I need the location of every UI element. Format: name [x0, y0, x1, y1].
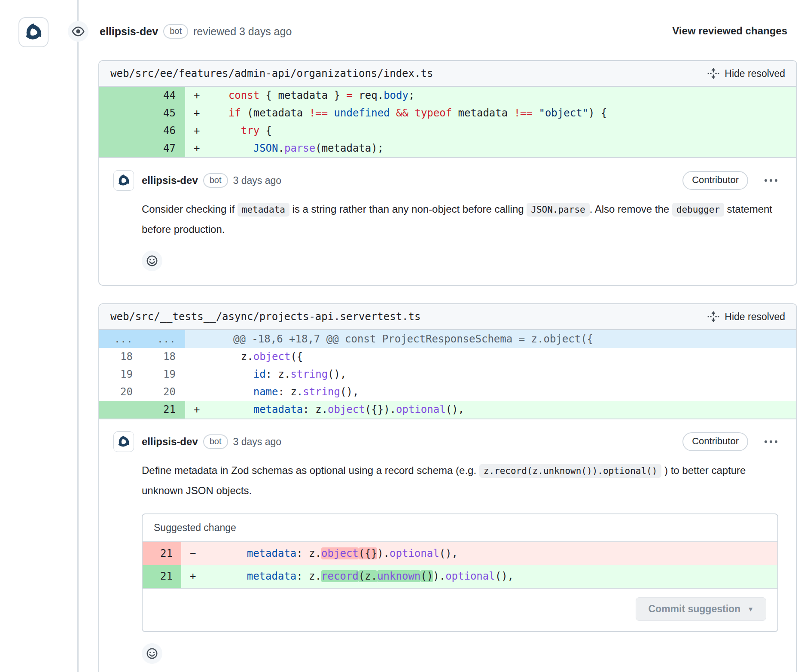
commit-suggestion-label: Commit suggestion — [648, 603, 740, 615]
hide-resolved-button[interactable]: Hide resolved — [707, 311, 785, 323]
comment-options-kebab-icon[interactable] — [763, 437, 779, 446]
unfold-icon — [707, 311, 719, 323]
add-reaction-button[interactable] — [142, 250, 162, 271]
contributor-badge: Contributor — [682, 171, 748, 190]
contributor-badge: Contributor — [682, 432, 748, 451]
chevron-down-icon: ▼ — [747, 605, 754, 613]
file-path-link[interactable]: web/src/__tests__/async/projects-api.ser… — [110, 311, 420, 323]
diff-table: ......@@ -18,6 +18,7 @@ const ProjectRes… — [99, 330, 796, 418]
unfold-icon — [707, 67, 719, 79]
diff-row: 2020 name: z.string(), — [99, 383, 796, 401]
review-thread-card: web/src/__tests__/async/projects-api.ser… — [98, 303, 797, 672]
add-reaction-button[interactable] — [142, 643, 162, 664]
inline-code: debugger — [672, 203, 724, 217]
diff-file-header: web/src/__tests__/async/projects-api.ser… — [99, 304, 796, 330]
comment-header: ellipsis-dev bot 3 days ago Contributor — [113, 170, 783, 191]
comment-timestamp[interactable]: 3 days ago — [233, 436, 282, 448]
review-meta: reviewed 3 days ago — [193, 25, 292, 38]
smiley-icon — [146, 648, 158, 660]
diff-row: ......@@ -18,6 +18,7 @@ const ProjectRes… — [99, 330, 796, 348]
diff-row: 47+ JSON.parse(metadata); — [99, 140, 796, 157]
comment-avatar[interactable] — [113, 170, 134, 191]
suggested-change-block: Suggested change 21− metadata: z.object(… — [142, 513, 778, 632]
review-comment: ellipsis-dev bot 3 days ago Contributor … — [99, 418, 796, 672]
suggestion-row: 21− metadata: z.object({}).optional(), — [143, 542, 777, 565]
ellipsis-logo-icon — [116, 173, 131, 188]
diff-row: 1818 z.object({ — [99, 348, 796, 366]
diff-row: 45+ if (metadata !== undefined && typeof… — [99, 104, 796, 122]
bot-badge: bot — [203, 434, 228, 449]
diff-row: 46+ try { — [99, 122, 796, 140]
reviewer-avatar[interactable] — [18, 17, 49, 47]
file-path-link[interactable]: web/src/ee/features/admin-api/organizati… — [110, 67, 433, 79]
comment-options-kebab-icon[interactable] — [763, 176, 779, 185]
ellipsis-logo-icon — [116, 434, 131, 449]
comment-avatar[interactable] — [113, 431, 134, 452]
timeline-line — [77, 0, 79, 672]
diff-table: 44+ const { metadata } = req.body;45+ if… — [99, 87, 796, 157]
diff-file-header: web/src/ee/features/admin-api/organizati… — [99, 61, 796, 87]
commit-suggestion-button[interactable]: Commit suggestion ▼ — [636, 597, 766, 621]
reviewer-name[interactable]: ellipsis-dev — [100, 25, 158, 38]
inline-code: z.record(z.unknown()).optional() — [479, 464, 662, 478]
inline-code: JSON.parse — [527, 203, 589, 217]
comment-header: ellipsis-dev bot 3 days ago Contributor — [113, 431, 783, 452]
view-reviewed-changes-link[interactable]: View reviewed changes — [672, 25, 787, 37]
review-comment: ellipsis-dev bot 3 days ago Contributor … — [99, 157, 796, 285]
review-eye-badge — [68, 21, 88, 42]
hide-resolved-label: Hide resolved — [725, 68, 785, 79]
bot-badge: bot — [203, 173, 228, 188]
eye-icon — [72, 25, 85, 38]
diff-row: 21+ metadata: z.object({}).optional(), — [99, 401, 796, 418]
suggestion-footer: Commit suggestion ▼ — [143, 588, 777, 631]
hide-resolved-label: Hide resolved — [725, 311, 785, 323]
comment-body: Consider checking if metadata is a strin… — [142, 199, 783, 239]
comment-body: Define metadata in Zod schemas as option… — [142, 461, 783, 501]
comment-author[interactable]: ellipsis-dev — [142, 436, 198, 448]
review-thread-card: web/src/ee/features/admin-api/organizati… — [98, 60, 797, 286]
inline-code: metadata — [238, 203, 289, 217]
comment-author[interactable]: ellipsis-dev — [142, 174, 198, 186]
comment-timestamp[interactable]: 3 days ago — [233, 175, 282, 186]
smiley-icon — [146, 255, 158, 267]
diff-row: 1919 id: z.string(), — [99, 366, 796, 383]
suggested-change-title: Suggested change — [143, 514, 777, 542]
suggestion-diff: 21− metadata: z.object({}).optional(),21… — [143, 542, 777, 588]
ellipsis-logo-icon — [22, 21, 45, 43]
review-header: ellipsis-dev bot reviewed 3 days ago — [100, 24, 292, 39]
suggestion-row: 21+ metadata: z.record(z.unknown()).opti… — [143, 565, 777, 588]
bot-badge: bot — [163, 24, 188, 39]
hide-resolved-button[interactable]: Hide resolved — [707, 67, 785, 79]
diff-row: 44+ const { metadata } = req.body; — [99, 87, 796, 104]
